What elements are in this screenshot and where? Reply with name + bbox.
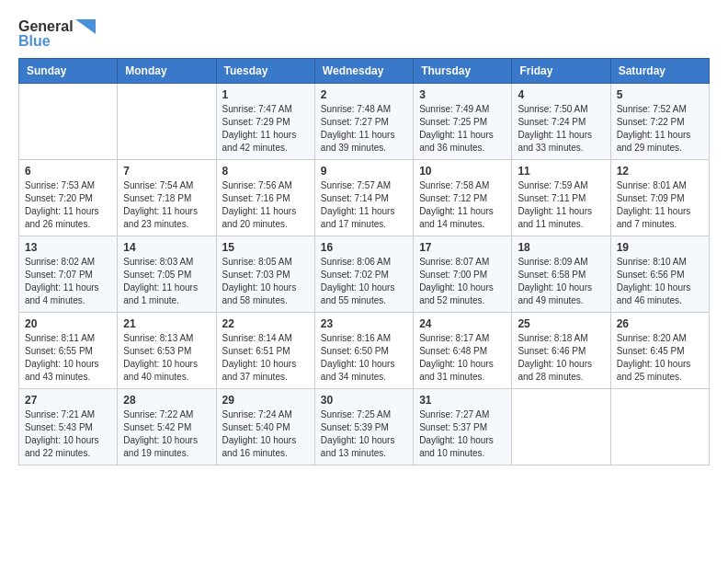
calendar-cell: 31Sunrise: 7:27 AMSunset: 5:37 PMDayligh…	[414, 389, 512, 465]
day-number: 26	[617, 317, 703, 330]
weekday-header: Saturday	[610, 59, 709, 84]
day-info: Sunrise: 8:18 AMSunset: 6:46 PMDaylight:…	[518, 332, 604, 384]
day-info: Sunrise: 8:17 AMSunset: 6:48 PMDaylight:…	[419, 332, 506, 384]
calendar-body: 1Sunrise: 7:47 AMSunset: 7:29 PMDaylight…	[19, 84, 710, 465]
day-info: Sunrise: 7:53 AMSunset: 7:20 PMDaylight:…	[25, 179, 111, 231]
calendar-cell: 2Sunrise: 7:48 AMSunset: 7:27 PMDaylight…	[314, 84, 413, 160]
day-number: 22	[222, 317, 309, 330]
day-info: Sunrise: 8:16 AMSunset: 6:50 PMDaylight:…	[321, 332, 407, 384]
day-number: 23	[321, 317, 407, 330]
weekday-header: Friday	[512, 59, 610, 84]
day-info: Sunrise: 7:25 AMSunset: 5:39 PMDaylight:…	[321, 408, 407, 460]
weekday-header: Thursday	[414, 59, 512, 84]
day-number: 10	[419, 165, 506, 178]
day-info: Sunrise: 7:57 AMSunset: 7:14 PMDaylight:…	[321, 179, 407, 231]
svg-marker-0	[75, 19, 96, 34]
day-number: 18	[518, 241, 604, 254]
weekday-header: Tuesday	[216, 59, 314, 84]
calendar-week-row: 27Sunrise: 7:21 AMSunset: 5:43 PMDayligh…	[19, 389, 710, 465]
calendar-cell: 3Sunrise: 7:49 AMSunset: 7:25 PMDaylight…	[414, 84, 512, 160]
calendar-week-row: 20Sunrise: 8:11 AMSunset: 6:55 PMDayligh…	[19, 313, 710, 389]
calendar-cell	[19, 84, 118, 160]
day-number: 11	[518, 165, 604, 178]
calendar-cell: 15Sunrise: 8:05 AMSunset: 7:03 PMDayligh…	[216, 236, 314, 313]
logo-blue: Blue	[18, 33, 96, 50]
day-info: Sunrise: 8:05 AMSunset: 7:03 PMDaylight:…	[222, 256, 309, 307]
day-info: Sunrise: 8:09 AMSunset: 6:58 PMDaylight:…	[518, 256, 604, 307]
weekday-header: Wednesday	[314, 59, 413, 84]
day-info: Sunrise: 7:58 AMSunset: 7:12 PMDaylight:…	[419, 179, 506, 231]
calendar-cell: 27Sunrise: 7:21 AMSunset: 5:43 PMDayligh…	[19, 389, 118, 465]
day-info: Sunrise: 7:49 AMSunset: 7:25 PMDaylight:…	[419, 103, 506, 155]
calendar-cell: 30Sunrise: 7:25 AMSunset: 5:39 PMDayligh…	[314, 389, 413, 465]
calendar-cell: 17Sunrise: 8:07 AMSunset: 7:00 PMDayligh…	[414, 236, 512, 313]
calendar-cell: 10Sunrise: 7:58 AMSunset: 7:12 PMDayligh…	[414, 160, 512, 236]
calendar-cell	[118, 84, 216, 160]
weekday-header: Monday	[118, 59, 216, 84]
day-number: 20	[25, 317, 111, 330]
calendar-cell: 9Sunrise: 7:57 AMSunset: 7:14 PMDaylight…	[314, 160, 413, 236]
calendar-cell: 8Sunrise: 7:56 AMSunset: 7:16 PMDaylight…	[216, 160, 314, 236]
calendar-cell	[512, 389, 610, 465]
calendar-cell: 16Sunrise: 8:06 AMSunset: 7:02 PMDayligh…	[314, 236, 413, 313]
day-info: Sunrise: 8:03 AMSunset: 7:05 PMDaylight:…	[123, 256, 210, 307]
calendar-cell: 21Sunrise: 8:13 AMSunset: 6:53 PMDayligh…	[118, 313, 216, 389]
day-number: 6	[25, 165, 111, 178]
logo: General Blue	[18, 18, 96, 49]
day-info: Sunrise: 7:59 AMSunset: 7:11 PMDaylight:…	[518, 179, 604, 231]
day-number: 12	[617, 165, 703, 178]
calendar-cell: 24Sunrise: 8:17 AMSunset: 6:48 PMDayligh…	[414, 313, 512, 389]
calendar-cell: 4Sunrise: 7:50 AMSunset: 7:24 PMDaylight…	[512, 84, 610, 160]
calendar-cell	[610, 389, 709, 465]
day-info: Sunrise: 7:22 AMSunset: 5:42 PMDaylight:…	[123, 408, 210, 460]
calendar-cell: 7Sunrise: 7:54 AMSunset: 7:18 PMDaylight…	[118, 160, 216, 236]
day-info: Sunrise: 7:54 AMSunset: 7:18 PMDaylight:…	[123, 179, 210, 231]
day-info: Sunrise: 8:20 AMSunset: 6:45 PMDaylight:…	[617, 332, 703, 384]
day-number: 2	[321, 88, 407, 101]
day-number: 9	[321, 165, 407, 178]
day-info: Sunrise: 8:01 AMSunset: 7:09 PMDaylight:…	[617, 179, 703, 231]
calendar-cell: 23Sunrise: 8:16 AMSunset: 6:50 PMDayligh…	[314, 313, 413, 389]
calendar-week-row: 1Sunrise: 7:47 AMSunset: 7:29 PMDaylight…	[19, 84, 710, 160]
page-header: General Blue	[18, 18, 710, 49]
calendar-table: SundayMondayTuesdayWednesdayThursdayFrid…	[18, 58, 710, 465]
calendar-cell: 5Sunrise: 7:52 AMSunset: 7:22 PMDaylight…	[610, 84, 709, 160]
day-number: 13	[25, 241, 111, 254]
day-number: 4	[518, 88, 604, 101]
calendar-cell: 13Sunrise: 8:02 AMSunset: 7:07 PMDayligh…	[19, 236, 118, 313]
calendar-cell: 28Sunrise: 7:22 AMSunset: 5:42 PMDayligh…	[118, 389, 216, 465]
calendar-cell: 29Sunrise: 7:24 AMSunset: 5:40 PMDayligh…	[216, 389, 314, 465]
day-info: Sunrise: 8:07 AMSunset: 7:00 PMDaylight:…	[419, 256, 506, 307]
day-number: 24	[419, 317, 506, 330]
day-info: Sunrise: 8:10 AMSunset: 6:56 PMDaylight:…	[617, 256, 703, 307]
calendar-cell: 25Sunrise: 8:18 AMSunset: 6:46 PMDayligh…	[512, 313, 610, 389]
calendar-cell: 26Sunrise: 8:20 AMSunset: 6:45 PMDayligh…	[610, 313, 709, 389]
calendar-cell: 20Sunrise: 8:11 AMSunset: 6:55 PMDayligh…	[19, 313, 118, 389]
logo-arrow-icon	[75, 19, 96, 34]
day-info: Sunrise: 8:11 AMSunset: 6:55 PMDaylight:…	[25, 332, 111, 384]
day-number: 17	[419, 241, 506, 254]
day-number: 14	[123, 241, 210, 254]
day-info: Sunrise: 8:13 AMSunset: 6:53 PMDaylight:…	[123, 332, 210, 384]
day-number: 27	[25, 394, 111, 407]
day-number: 29	[222, 394, 309, 407]
day-info: Sunrise: 8:14 AMSunset: 6:51 PMDaylight:…	[222, 332, 309, 384]
calendar-week-row: 6Sunrise: 7:53 AMSunset: 7:20 PMDaylight…	[19, 160, 710, 236]
weekday-header-row: SundayMondayTuesdayWednesdayThursdayFrid…	[19, 59, 710, 84]
day-number: 28	[123, 394, 210, 407]
day-info: Sunrise: 7:47 AMSunset: 7:29 PMDaylight:…	[222, 103, 309, 155]
day-number: 1	[222, 88, 309, 101]
calendar-cell: 18Sunrise: 8:09 AMSunset: 6:58 PMDayligh…	[512, 236, 610, 313]
calendar-cell: 1Sunrise: 7:47 AMSunset: 7:29 PMDaylight…	[216, 84, 314, 160]
weekday-header: Sunday	[19, 59, 118, 84]
day-number: 30	[321, 394, 407, 407]
day-number: 8	[222, 165, 309, 178]
day-number: 19	[617, 241, 703, 254]
day-number: 7	[123, 165, 210, 178]
day-info: Sunrise: 7:24 AMSunset: 5:40 PMDaylight:…	[222, 408, 309, 460]
day-info: Sunrise: 7:48 AMSunset: 7:27 PMDaylight:…	[321, 103, 407, 155]
day-info: Sunrise: 7:50 AMSunset: 7:24 PMDaylight:…	[518, 103, 604, 155]
day-number: 16	[321, 241, 407, 254]
calendar-cell: 12Sunrise: 8:01 AMSunset: 7:09 PMDayligh…	[610, 160, 709, 236]
calendar-cell: 6Sunrise: 7:53 AMSunset: 7:20 PMDaylight…	[19, 160, 118, 236]
